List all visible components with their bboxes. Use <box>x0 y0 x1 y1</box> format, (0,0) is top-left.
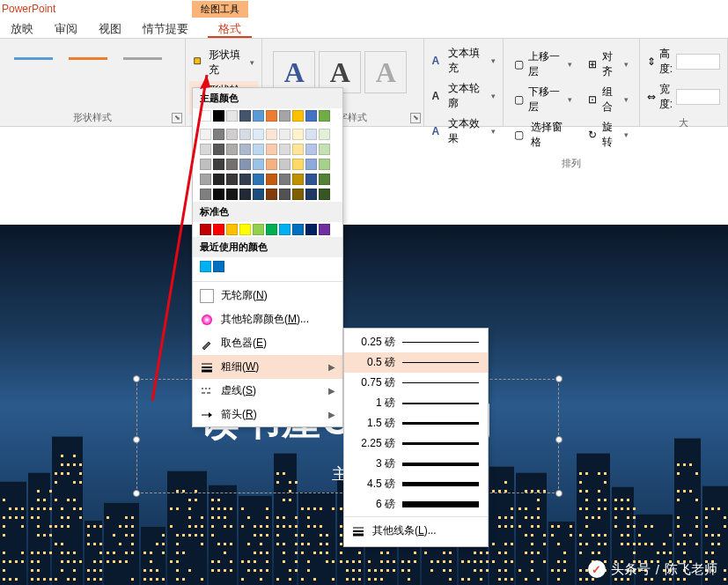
width-input[interactable] <box>676 89 720 105</box>
weight-option[interactable]: 0.25 磅 <box>344 332 488 352</box>
color-swatch[interactable] <box>279 224 290 235</box>
color-swatch[interactable] <box>279 129 290 140</box>
color-swatch[interactable] <box>239 110 251 122</box>
color-swatch[interactable] <box>266 189 277 200</box>
tab-format[interactable]: 格式 <box>208 18 252 38</box>
weight-option[interactable]: 4.5 磅 <box>344 474 488 494</box>
color-swatch[interactable] <box>226 144 238 155</box>
more-colors-item[interactable]: 其他轮廓颜色(M)... <box>193 307 342 331</box>
selection-pane-button[interactable]: ▢选择窗格 <box>511 118 576 152</box>
style-preset-1[interactable] <box>14 57 53 60</box>
weight-option[interactable]: 1 磅 <box>344 393 488 413</box>
color-swatch[interactable] <box>200 159 211 170</box>
send-backward-button[interactable]: ▢下移一层▾ <box>511 83 576 116</box>
color-swatch[interactable] <box>213 174 224 185</box>
color-swatch[interactable] <box>253 174 264 185</box>
color-swatch[interactable] <box>305 110 317 122</box>
color-swatch[interactable] <box>279 144 290 155</box>
color-swatch[interactable] <box>213 189 224 200</box>
color-swatch[interactable] <box>319 174 330 185</box>
color-swatch[interactable] <box>213 110 224 122</box>
color-swatch[interactable] <box>253 159 264 170</box>
color-swatch[interactable] <box>319 110 330 122</box>
color-swatch[interactable] <box>239 144 251 155</box>
tab-slideshow[interactable]: 放映 <box>0 18 44 38</box>
eyedropper-item[interactable]: 取色器(E) <box>193 331 342 355</box>
rotate-button[interactable]: ↻旋转▾ <box>585 118 632 152</box>
color-swatch[interactable] <box>226 224 238 235</box>
color-swatch[interactable] <box>253 110 264 122</box>
shape-fill-button[interactable]: 形状填充▾ <box>189 46 258 79</box>
height-input[interactable] <box>676 54 720 70</box>
color-swatch[interactable] <box>213 129 224 140</box>
weight-option[interactable]: 2.25 磅 <box>344 433 488 454</box>
color-swatch[interactable] <box>266 174 277 185</box>
color-swatch[interactable] <box>253 129 264 140</box>
color-swatch[interactable] <box>200 110 211 122</box>
align-button[interactable]: ⊞对齐▾ <box>585 48 632 81</box>
dashes-item[interactable]: 虚线(S) ▶ <box>193 379 342 403</box>
color-swatch[interactable] <box>292 224 304 235</box>
arrows-item[interactable]: 箭头(R) ▶ <box>193 403 342 426</box>
color-swatch[interactable] <box>239 224 251 235</box>
wordart-launcher[interactable]: ⬊ <box>410 113 421 123</box>
color-swatch[interactable] <box>305 174 317 185</box>
color-swatch[interactable] <box>213 159 224 170</box>
text-effects-button[interactable]: A文本效果▾ <box>428 115 498 148</box>
more-lines-item[interactable]: 其他线条(L)... <box>344 519 488 543</box>
color-swatch[interactable] <box>279 110 290 122</box>
text-outline-button[interactable]: A文本轮廓▾ <box>428 79 498 113</box>
color-swatch[interactable] <box>213 261 224 272</box>
group-button[interactable]: ⊡组合▾ <box>585 83 632 116</box>
color-swatch[interactable] <box>239 159 251 170</box>
style-preset-3[interactable] <box>123 57 162 60</box>
weight-option[interactable]: 6 磅 <box>344 494 488 515</box>
color-swatch[interactable] <box>319 189 330 200</box>
color-swatch[interactable] <box>319 159 330 170</box>
no-outline-item[interactable]: 无轮廓(N) <box>193 284 342 307</box>
color-swatch[interactable] <box>266 144 277 155</box>
color-swatch[interactable] <box>319 144 330 155</box>
color-swatch[interactable] <box>226 159 238 170</box>
color-swatch[interactable] <box>253 189 264 200</box>
color-swatch[interactable] <box>292 189 304 200</box>
color-swatch[interactable] <box>292 174 304 185</box>
bring-forward-button[interactable]: ▢上移一层▾ <box>511 48 576 81</box>
color-swatch[interactable] <box>305 189 317 200</box>
shape-styles-launcher[interactable]: ⬊ <box>172 113 182 123</box>
color-swatch[interactable] <box>292 129 304 140</box>
color-swatch[interactable] <box>266 129 277 140</box>
color-swatch[interactable] <box>292 110 304 122</box>
tab-view[interactable]: 视图 <box>88 18 132 38</box>
color-swatch[interactable] <box>200 189 211 200</box>
color-swatch[interactable] <box>266 224 277 235</box>
color-swatch[interactable] <box>279 159 290 170</box>
color-swatch[interactable] <box>226 129 238 140</box>
weight-option[interactable]: 1.5 磅 <box>344 413 488 433</box>
color-swatch[interactable] <box>253 224 264 235</box>
color-swatch[interactable] <box>213 144 224 155</box>
weight-option[interactable]: 0.5 磅 <box>344 352 488 373</box>
tab-review[interactable]: 审阅 <box>44 18 88 38</box>
color-swatch[interactable] <box>200 144 211 155</box>
color-swatch[interactable] <box>319 224 330 235</box>
color-swatch[interactable] <box>226 189 238 200</box>
text-fill-button[interactable]: A文本填充▾ <box>428 44 498 78</box>
color-swatch[interactable] <box>239 189 251 200</box>
color-swatch[interactable] <box>226 110 238 122</box>
color-swatch[interactable] <box>305 129 317 140</box>
color-swatch[interactable] <box>266 110 277 122</box>
color-swatch[interactable] <box>239 174 251 185</box>
color-swatch[interactable] <box>200 224 211 235</box>
color-swatch[interactable] <box>213 224 224 235</box>
color-swatch[interactable] <box>200 261 211 272</box>
color-swatch[interactable] <box>200 174 211 185</box>
tab-storyline[interactable]: 情节提要 <box>132 18 199 38</box>
weight-option[interactable]: 3 磅 <box>344 454 488 474</box>
color-swatch[interactable] <box>279 189 290 200</box>
color-swatch[interactable] <box>226 174 238 185</box>
color-swatch[interactable] <box>305 159 317 170</box>
color-swatch[interactable] <box>279 174 290 185</box>
color-swatch[interactable] <box>253 144 264 155</box>
color-swatch[interactable] <box>292 144 304 155</box>
